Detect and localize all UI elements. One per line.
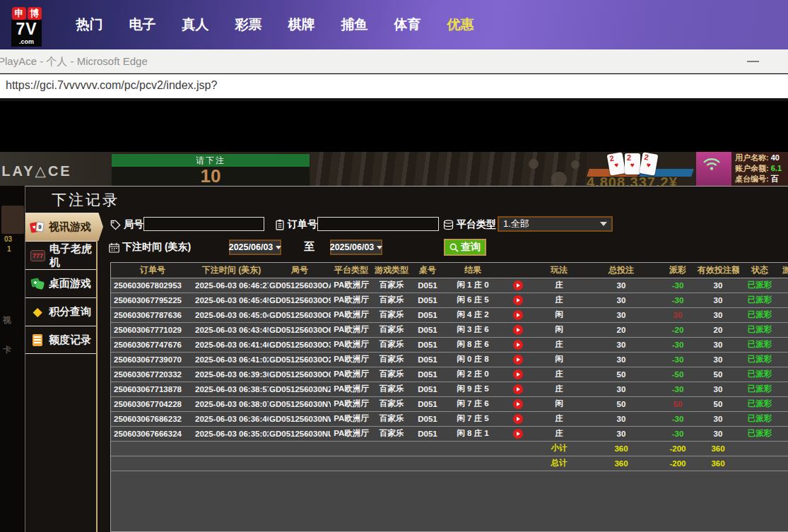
jackpot-value: 4,808,337.2¥: [587, 175, 678, 186]
payout-cell: 50: [659, 396, 697, 411]
replay-play-icon[interactable]: [513, 414, 523, 424]
total-bet-cell: 50: [584, 367, 659, 382]
dealer-photo-fragment: [1, 206, 24, 234]
top-nav: 申 博 7V .com 热门电子真人彩票棋牌捕鱼体育优惠: [0, 0, 788, 49]
replay-play-icon[interactable]: [513, 280, 523, 290]
round-no-label: 局号: [124, 218, 143, 231]
game-type-cell: 百家乐: [372, 367, 411, 382]
round-no-label-group: 局号: [110, 218, 143, 231]
sidebar-item-3[interactable]: ◆积分查询: [25, 297, 96, 326]
replay-cell: [502, 396, 534, 411]
ghost-text: 1: [7, 245, 11, 253]
order-no-input[interactable]: [317, 217, 439, 231]
bokeh-circle: [529, 159, 539, 169]
nav-item-2[interactable]: 真人: [169, 16, 222, 34]
site-logo[interactable]: 申 博 7V .com: [11, 7, 43, 47]
bet-time-label-group: 下注时间 (美东): [109, 241, 191, 254]
subtotal-label: 小计: [534, 441, 584, 456]
order-no-cell: 250603067739070: [111, 352, 194, 367]
sidebar-item-label: 额度记录: [49, 333, 91, 347]
replay-cell: [502, 426, 534, 441]
minimize-icon[interactable]: [747, 61, 759, 62]
replay-play-icon[interactable]: [513, 384, 523, 394]
search-button[interactable]: 查询: [444, 239, 486, 256]
platform-cell: PA欧洲厅: [331, 411, 372, 426]
subtotal-total-bet: 360: [584, 441, 659, 456]
valid-bet-cell: 30: [697, 352, 739, 367]
order-no-cell: 250603067713878: [111, 382, 194, 396]
sidebar: ♥9视讯游戏777电子老虎机桌面游戏◆积分查询额度记录: [25, 213, 98, 532]
table-no-cell: D051: [411, 382, 444, 396]
sidebar-item-4[interactable]: 额度记录: [25, 326, 96, 354]
platform-stack-icon: [443, 220, 454, 230]
panel-body: ♥9视讯游戏777电子老虎机桌面游戏◆积分查询额度记录 局号 订单号: [25, 213, 788, 532]
result-cell: 闲 1 庄 0: [444, 278, 502, 292]
address-bar[interactable]: https://gci.7vvvvvv.com/pc/pcv2/index.js…: [0, 74, 788, 101]
round-no-input[interactable]: [143, 217, 264, 231]
nav-item-3[interactable]: 彩票: [222, 16, 275, 34]
total-bet-cell: 30: [584, 426, 659, 441]
payout-cell: -50: [659, 367, 697, 382]
replay-play-icon[interactable]: [513, 399, 523, 409]
empty-cell: [372, 441, 411, 456]
date-to-select[interactable]: 2025/06/03: [330, 240, 382, 255]
game-type-cell: 百家乐: [372, 292, 411, 307]
empty-cell: [194, 441, 269, 456]
status-cell: 已派彩: [739, 352, 780, 367]
col-header-3: 平台类型: [331, 263, 372, 278]
empty-cell: [194, 456, 269, 471]
main-content: 局号 订单号 平台类型 1.全部: [98, 213, 788, 532]
nav-item-7[interactable]: 优惠: [434, 16, 487, 34]
result-cell: 闲 7 庄 5: [444, 411, 502, 426]
nav-item-0[interactable]: 热门: [63, 16, 116, 34]
round-no-cell: GD051256030NZ: [269, 382, 331, 396]
replay-play-icon[interactable]: [513, 355, 523, 365]
nav-item-6[interactable]: 体育: [381, 16, 434, 34]
sidebar-item-0[interactable]: ♥9视讯游戏: [25, 213, 103, 241]
replay-cell: [502, 322, 534, 337]
playing-card: 2 ♥: [625, 153, 640, 175]
status-cell: 已派彩: [739, 322, 780, 337]
replay-play-icon[interactable]: [513, 310, 523, 320]
clipboard-icon: [275, 219, 285, 230]
bet-time-cell: 2025-06-03 06:35:02: [194, 426, 269, 441]
sidebar-item-2[interactable]: 桌面游戏: [25, 269, 96, 297]
date-from-select[interactable]: 2025/06/03: [229, 240, 281, 255]
sidebar-item-label: 积分查询: [49, 305, 91, 319]
calendar-icon: [109, 242, 119, 253]
nav-item-5[interactable]: 捕鱼: [328, 16, 381, 34]
sidebar-item-label: 电子老虎机: [49, 242, 96, 269]
order-no-label-group: 订单号: [275, 218, 317, 231]
nav-item-1[interactable]: 电子: [116, 16, 169, 34]
replay-play-icon[interactable]: [513, 370, 523, 379]
empty-cell: [269, 441, 331, 456]
replay-play-icon[interactable]: [513, 429, 523, 439]
platform-type-select[interactable]: 1.全部: [498, 216, 613, 232]
bet-countdown-box: 请下注 10: [112, 154, 310, 186]
grand-total-row: 总计360-200360: [111, 456, 788, 471]
valid-bet-cell: 30: [697, 278, 739, 292]
order-no-cell: 250603067771029: [111, 322, 194, 337]
order-no-cell: 250603067787636: [111, 307, 194, 322]
status-cell: 已派彩: [739, 278, 780, 292]
result-cell: 闲 6 庄 5: [444, 292, 502, 307]
replay-play-icon[interactable]: [513, 340, 523, 350]
status-cell: 已派彩: [739, 292, 780, 307]
table-no-cell: D051: [411, 322, 444, 337]
diamond-icon: ◆: [30, 306, 45, 319]
user-table-line: 桌台编号: 百: [735, 174, 788, 184]
replay-play-icon[interactable]: [513, 295, 523, 305]
game-type-cell: 百家乐: [372, 396, 411, 411]
cards-icon: ♥9: [30, 221, 45, 234]
document-icon: [33, 334, 42, 346]
round-no-cell: GD051256030NU: [269, 426, 331, 441]
sidebar-item-1[interactable]: 777电子老虎机: [25, 241, 96, 269]
sidebar-item-label: 视讯游戏: [49, 220, 91, 234]
countdown-value: 10: [112, 167, 310, 186]
table-row: 2506030677876362025-06-03 06:45:04GD0512…: [111, 307, 788, 322]
replay-play-icon[interactable]: [513, 325, 523, 335]
order-no-label: 订单号: [288, 218, 317, 231]
empty-cell: [780, 456, 788, 471]
table-row: 2506030677952252025-06-03 06:45:45GD0512…: [111, 292, 788, 307]
nav-item-4[interactable]: 棋牌: [275, 16, 328, 34]
